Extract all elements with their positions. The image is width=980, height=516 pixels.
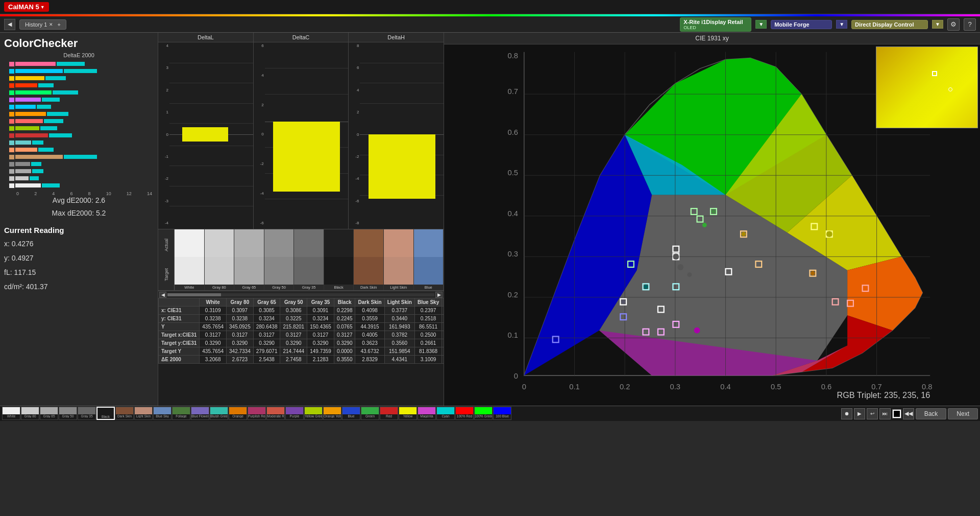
bottom-swatch[interactable]: Gray 80 [21, 407, 39, 420]
bottom-swatch-label: Foliage [173, 414, 190, 418]
tab-close-icon[interactable]: ✕ [49, 22, 53, 27]
swatch-actual [324, 229, 354, 257]
bottom-swatch[interactable]: 100 Blue [493, 407, 511, 420]
table-cell: 0.3290 [253, 339, 280, 347]
table-row-label: Target y:CIE31 [159, 339, 200, 347]
bottom-swatch[interactable]: Light Skin [134, 407, 153, 420]
bottom-swatch[interactable]: White [2, 407, 20, 420]
help-btn[interactable]: ? [964, 18, 976, 31]
bar-row [9, 119, 152, 124]
prev-arrow[interactable]: ◀◀ [903, 408, 914, 419]
dropdown-arrow-logo[interactable]: ▼ [40, 5, 45, 10]
nav-controls: ⏺ ▶ ↩ ⏭ ◀◀ Back Next [841, 408, 978, 419]
table-cell: 150.4365 [307, 323, 334, 331]
bottom-swatch[interactable]: 100% Red [455, 407, 474, 420]
bottom-swatch[interactable]: Gray 65 [40, 407, 58, 420]
rewind-btn[interactable]: ↩ [867, 408, 878, 419]
bar-color-swatch [9, 162, 14, 167]
table-cell: 0.4261 [442, 339, 444, 347]
bottom-swatch[interactable]: Purplish Red [248, 407, 266, 420]
bottom-swatch[interactable]: Dark Skin [115, 407, 134, 420]
table-header: Gray 50 [280, 298, 307, 307]
play-btn[interactable]: ▶ [854, 408, 865, 419]
device3-dropdown[interactable]: Direct Display Control [851, 20, 928, 29]
table-cell: 0.3097 [227, 307, 254, 315]
table-cell: 0.3414 [442, 307, 444, 315]
record-btn[interactable]: ⏺ [841, 408, 852, 419]
bottom-swatch[interactable]: Blue Flower [191, 407, 209, 420]
cr-x: x: 0.4276 [4, 237, 154, 251]
device2-dropdown[interactable]: Mobile Forge [771, 20, 832, 29]
svg-point-48 [694, 327, 700, 334]
swatch-name: Gray 35 [294, 285, 324, 290]
swatch-target [414, 257, 444, 285]
table-cell: 57.0645 [442, 347, 444, 356]
device1-arrow[interactable]: ▼ [755, 20, 767, 29]
swatch-col: Gray 65 [234, 229, 264, 290]
bottom-swatch[interactable]: Gray 35 [78, 407, 96, 420]
bottom-swatch-color [210, 407, 228, 414]
bar-color-swatch [9, 148, 14, 152]
table-cell: 81.8368 [414, 347, 442, 356]
deltaL-chart: DeltaL 43210-1-2-3-4 [158, 33, 254, 229]
swatch-actual [234, 229, 264, 257]
bar-fill-2 [53, 90, 78, 95]
bottom-swatch[interactable]: Yellow [399, 407, 417, 420]
back-arrow-btn[interactable]: ◀ [4, 19, 15, 30]
bottom-swatch[interactable]: Green [361, 407, 379, 420]
swatch-col: Blue [414, 229, 444, 290]
table-cell: 0.2397 [414, 307, 442, 315]
back-btn[interactable]: Back [916, 408, 947, 419]
fast-forward-btn[interactable]: ⏭ [879, 408, 891, 419]
bottom-swatch[interactable]: Foliage [172, 407, 190, 420]
bar-fill-2 [49, 133, 72, 137]
scrollbar-thumb[interactable] [167, 293, 221, 296]
bottom-swatch[interactable]: Blue [342, 407, 360, 420]
history-tab[interactable]: History 1 ✕ + [19, 19, 66, 30]
swatch-actual [205, 229, 234, 257]
next-btn[interactable]: Next [948, 408, 978, 419]
svg-point-44 [702, 223, 707, 227]
table-cell: 0.3091 [307, 307, 334, 315]
bottom-swatch[interactable]: Red [380, 407, 398, 420]
bottom-swatch[interactable]: Yellow Green [304, 407, 323, 420]
table-cell: 279.6071 [253, 347, 280, 356]
device3-arrow[interactable]: ▼ [932, 20, 943, 29]
bottom-swatch[interactable]: 100% Green [474, 407, 493, 420]
device2-arrow[interactable]: ▼ [836, 20, 847, 29]
swatch-name: Light Skin [384, 285, 413, 290]
bottom-swatch[interactable]: Gray 50 [59, 407, 77, 420]
bottom-swatch-color [475, 407, 492, 414]
bottom-swatch[interactable]: Bluish Green [210, 407, 228, 420]
device1-dropdown[interactable]: X-Rite i1Display Retail OLED [680, 17, 751, 32]
deltaL-yaxis: 43210-1-2-3-4 [158, 42, 169, 226]
swatch-col: Dark Skin [354, 229, 384, 290]
bar-fill [15, 90, 52, 95]
scrollbar-track[interactable] [167, 293, 434, 296]
table-cell: 345.0925 [227, 323, 254, 331]
bottom-swatch[interactable]: Moderate Red [266, 407, 285, 420]
bottom-swatch[interactable]: Cyan [436, 407, 455, 420]
bottom-swatch[interactable]: Black [96, 407, 115, 420]
bar-row [9, 147, 152, 152]
table-cell: 0.2245 [334, 315, 355, 323]
bottom-swatch-label: Orange Yellow [324, 414, 341, 418]
scroll-left[interactable]: ◀ [159, 292, 166, 298]
bar-row [9, 104, 152, 109]
bottom-swatch[interactable]: Orange Yellow [323, 407, 341, 420]
swatch-actual [354, 229, 383, 257]
bar-color-swatch [9, 69, 14, 74]
settings-btn[interactable]: ⚙ [947, 18, 960, 31]
deltaL-bar [182, 127, 228, 142]
table-cell: 0.2661 [414, 339, 442, 347]
table-cell: 2.6723 [227, 356, 254, 364]
svg-text:0.3: 0.3 [670, 383, 680, 391]
tab-add-icon[interactable]: + [57, 21, 60, 28]
scroll-right[interactable]: ▶ [435, 292, 443, 298]
bottom-swatch[interactable]: Magenta [418, 407, 436, 420]
bottom-swatch[interactable]: Orange [229, 407, 247, 420]
bottom-swatch[interactable]: Purple [285, 407, 304, 420]
check-box-selected[interactable] [892, 409, 901, 418]
bottom-swatch[interactable]: Blue Sky [153, 407, 172, 420]
bar-row [9, 90, 152, 95]
